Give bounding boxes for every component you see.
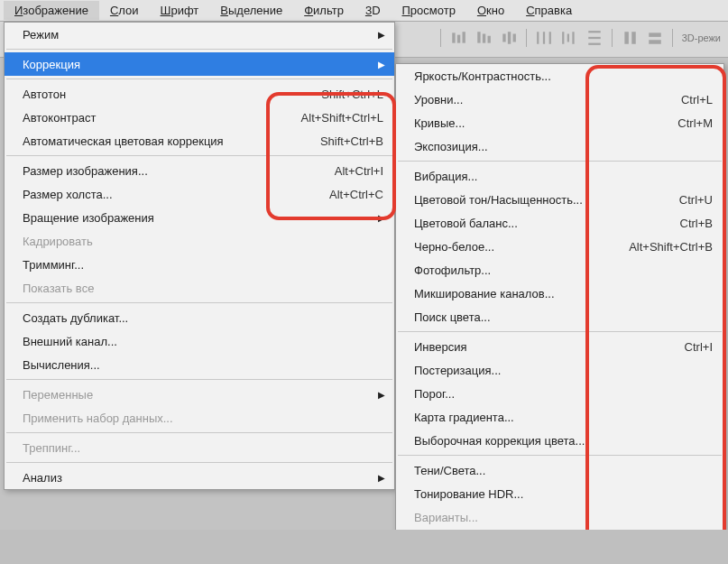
menu-item-label: Поиск цвета... bbox=[414, 310, 713, 324]
menu-separator bbox=[398, 455, 722, 456]
menu-item-label: Вычисления... bbox=[23, 358, 383, 372]
submenu-arrow-icon: ▶ bbox=[378, 213, 385, 223]
menu-item-label: Кривые... bbox=[414, 116, 659, 130]
toolbar-icons: 3D-режи bbox=[440, 29, 721, 47]
image-menu-item: Переменные▶ bbox=[5, 383, 394, 406]
adjustments-item[interactable]: Цветовой тон/Насыщенность...Ctrl+U bbox=[396, 188, 723, 211]
adjustments-item[interactable]: Тонирование HDR... bbox=[396, 482, 723, 505]
svg-rect-17 bbox=[588, 43, 601, 45]
svg-rect-14 bbox=[572, 32, 574, 44]
image-menu-item[interactable]: Размер изображения...Alt+Ctrl+I bbox=[5, 159, 394, 182]
adjustments-item[interactable]: Карта градиента... bbox=[396, 405, 723, 429]
menu-item-label: Анализ bbox=[23, 471, 383, 485]
distribute-icon[interactable] bbox=[647, 30, 663, 46]
distribute-icon[interactable] bbox=[622, 30, 638, 46]
menu-item-shortcut: Alt+Ctrl+C bbox=[311, 188, 383, 201]
image-menu-item[interactable]: Тримминг... bbox=[5, 253, 394, 276]
menu-item-shortcut: Ctrl+L bbox=[663, 93, 713, 106]
menu-item-shortcut: Shift+Ctrl+L bbox=[303, 88, 383, 101]
adjustments-item[interactable]: Фотофильтр... bbox=[396, 258, 723, 282]
menu-item-shortcut: Ctrl+U bbox=[661, 193, 713, 207]
menu-окно[interactable]: Окно bbox=[466, 1, 515, 20]
toolbar-separator bbox=[612, 29, 613, 47]
adjustments-item[interactable]: Тени/Света... bbox=[396, 458, 723, 482]
menu-item-label: Тени/Света... bbox=[414, 464, 713, 477]
image-menu-item[interactable]: Режим▶ bbox=[5, 23, 394, 46]
svg-rect-15 bbox=[588, 31, 601, 32]
menu-item-shortcut: Ctrl+B bbox=[662, 217, 713, 230]
adjustments-item[interactable]: Уровни...Ctrl+L bbox=[396, 88, 723, 111]
menu-item-label: Варианты... bbox=[414, 511, 713, 524]
distribute-icon[interactable] bbox=[586, 30, 603, 46]
menu-item-label: Вибрация... bbox=[414, 170, 713, 183]
menu-item-shortcut: Shift+Ctrl+B bbox=[302, 134, 383, 148]
menu-фильтр[interactable]: Фильтр bbox=[293, 1, 355, 20]
menu-separator bbox=[6, 302, 392, 303]
adjustments-item[interactable]: Постеризация... bbox=[396, 358, 723, 382]
adjustments-item[interactable]: Черно-белое...Alt+Shift+Ctrl+B bbox=[396, 235, 723, 258]
menu-3d[interactable]: 3D bbox=[355, 1, 392, 20]
image-menu-item[interactable]: Создать дубликат... bbox=[5, 306, 394, 329]
svg-rect-10 bbox=[543, 32, 545, 44]
svg-rect-9 bbox=[537, 32, 539, 44]
submenu-arrow-icon: ▶ bbox=[378, 60, 385, 69]
menu-item-label: Тримминг... bbox=[23, 258, 383, 272]
menu-separator bbox=[6, 462, 392, 463]
image-menu-item: Кадрировать bbox=[5, 229, 394, 253]
image-menu-item[interactable]: АвтотонShift+Ctrl+L bbox=[5, 82, 394, 106]
adjustments-item[interactable]: Выборочная коррекция цвета... bbox=[396, 429, 723, 452]
menu-справка[interactable]: Справка bbox=[515, 1, 583, 20]
menu-item-shortcut: Ctrl+I bbox=[667, 340, 713, 354]
image-menu-item[interactable]: Коррекция▶ bbox=[5, 52, 394, 76]
menu-item-label: Цветовой баланс... bbox=[414, 217, 662, 230]
menu-слои[interactable]: Слои bbox=[99, 1, 150, 20]
menu-item-label: Переменные bbox=[23, 388, 383, 402]
menu-item-shortcut: Alt+Shift+Ctrl+L bbox=[283, 111, 383, 125]
svg-rect-4 bbox=[483, 34, 485, 43]
menu-item-label: Размер холста... bbox=[23, 188, 311, 201]
menubar: ИзображениеСлоиШрифтВыделениеФильтр3DПро… bbox=[0, 0, 728, 22]
adjustments-item[interactable]: Экспозиция... bbox=[396, 134, 723, 158]
adjustments-item[interactable]: Яркость/Контрастность... bbox=[396, 64, 723, 88]
menu-separator bbox=[6, 432, 392, 433]
adjustments-item[interactable]: Цветовой баланс...Ctrl+B bbox=[396, 211, 723, 235]
adjustments-item[interactable]: Поиск цвета... bbox=[396, 305, 723, 328]
menu-item-label: Цветовой тон/Насыщенность... bbox=[414, 193, 661, 207]
svg-rect-16 bbox=[588, 37, 601, 39]
menu-separator bbox=[6, 379, 392, 380]
adjustments-item[interactable]: Микширование каналов... bbox=[396, 282, 723, 305]
align-icon[interactable] bbox=[475, 30, 492, 46]
adjustments-item[interactable]: Порог... bbox=[396, 382, 723, 405]
menu-изображение[interactable]: Изображение bbox=[4, 1, 99, 20]
menu-item-label: Экспозиция... bbox=[414, 140, 713, 153]
menu-item-label: Уровни... bbox=[414, 93, 663, 106]
image-menu-item[interactable]: Размер холста...Alt+Ctrl+C bbox=[5, 182, 394, 206]
image-menu-item[interactable]: Вычисления... bbox=[5, 353, 394, 376]
menu-item-label: Инверсия bbox=[414, 340, 667, 354]
image-menu-item[interactable]: АвтоконтрастAlt+Shift+Ctrl+L bbox=[5, 106, 394, 129]
menu-item-label: Микширование каналов... bbox=[414, 287, 713, 300]
image-menu-item[interactable]: Внешний канал... bbox=[5, 329, 394, 353]
svg-rect-12 bbox=[562, 32, 564, 44]
adjustments-item[interactable]: ИнверсияCtrl+I bbox=[396, 335, 723, 358]
svg-rect-18 bbox=[624, 32, 629, 44]
adjustments-item[interactable]: Вибрация... bbox=[396, 164, 723, 188]
image-menu-item[interactable]: Вращение изображения▶ bbox=[5, 206, 394, 229]
svg-rect-20 bbox=[649, 32, 661, 37]
svg-rect-3 bbox=[477, 32, 480, 42]
adjustments-item[interactable]: Кривые...Ctrl+M bbox=[396, 111, 723, 134]
menu-item-label: Вращение изображения bbox=[23, 211, 383, 225]
menu-выделение[interactable]: Выделение bbox=[209, 1, 293, 20]
menu-item-label: Карта градиента... bbox=[414, 411, 713, 424]
image-menu-item[interactable]: Автоматическая цветовая коррекцияShift+C… bbox=[5, 129, 394, 153]
menu-шрифт[interactable]: Шрифт bbox=[150, 1, 210, 20]
distribute-icon[interactable] bbox=[536, 30, 552, 46]
menu-просмотр[interactable]: Просмотр bbox=[392, 1, 466, 20]
distribute-icon[interactable] bbox=[561, 30, 577, 46]
menu-separator bbox=[398, 161, 722, 162]
image-menu-item[interactable]: Анализ▶ bbox=[5, 466, 394, 489]
align-icon[interactable] bbox=[450, 30, 466, 46]
image-menu-item: Показать все bbox=[5, 276, 394, 300]
toolbar-3d-label[interactable]: 3D-режи bbox=[682, 32, 721, 43]
align-icon[interactable] bbox=[501, 30, 517, 46]
